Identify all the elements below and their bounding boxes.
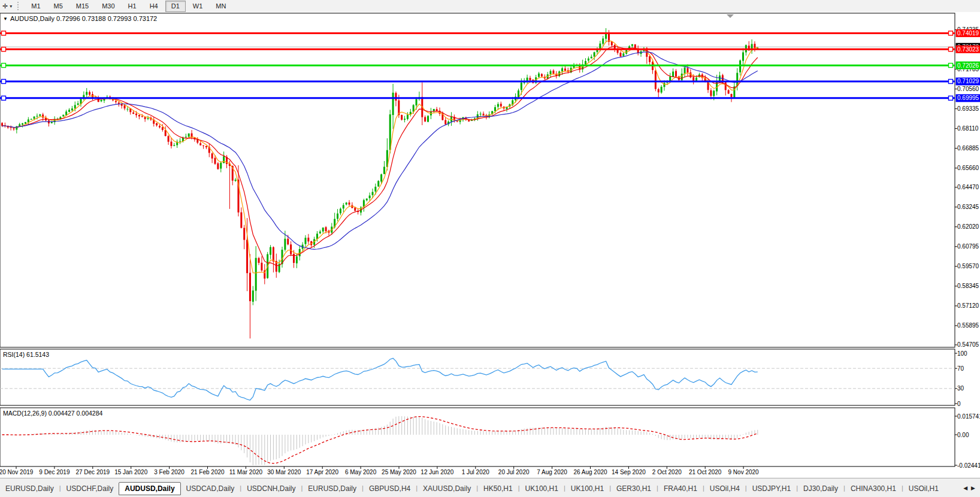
top-toolbar: ✛▾ M1M5M15M30H1H4D1W1MN xyxy=(0,0,980,13)
chart-tab-uk100-h1[interactable]: UK100,H1 xyxy=(520,483,564,495)
chart-tab-usdjpy-h1[interactable]: USDJPY,H1 xyxy=(747,483,796,495)
svg-text:9 Nov 2020: 9 Nov 2020 xyxy=(728,469,760,475)
chart-tab-hk50-h1[interactable]: HK50,H1 xyxy=(478,483,518,495)
svg-text:15 Jan 2020: 15 Jan 2020 xyxy=(114,469,147,475)
timeframe-button-d1[interactable]: D1 xyxy=(165,1,186,12)
chevron-down-icon: ▾ xyxy=(10,4,12,9)
svg-text:26 Aug 2020: 26 Aug 2020 xyxy=(573,469,607,475)
svg-text:0.73023: 0.73023 xyxy=(957,46,979,53)
toolbar-grip[interactable] xyxy=(17,2,22,10)
chart-tab-china300-h1[interactable]: CHINA300,H1 xyxy=(845,483,902,495)
svg-text:30: 30 xyxy=(957,385,964,392)
macd-label: MACD(12,26,9) 0.004427 0.004284 xyxy=(3,410,103,417)
chart-tab-ger30-h1[interactable]: GER30,H1 xyxy=(611,483,657,495)
price-panel[interactable] xyxy=(0,13,955,347)
chart-tab-eurusd-daily[interactable]: EURUSD,Daily xyxy=(0,483,59,495)
svg-text:1 Jul 2020: 1 Jul 2020 xyxy=(462,469,490,475)
svg-text:-0.024412: -0.024412 xyxy=(957,462,980,469)
chart-tab-usdcnh-daily[interactable]: USDCNH,Daily xyxy=(241,483,301,495)
collapse-chart-icon: ▼ xyxy=(3,16,8,22)
svg-text:0.69995: 0.69995 xyxy=(957,95,979,101)
svg-text:0.69335: 0.69335 xyxy=(957,105,979,112)
date-axis: 20 Nov 20199 Dec 201927 Dec 201915 Jan 2… xyxy=(0,466,759,475)
chart-area[interactable]: 0.742350.717850.705600.693350.681100.668… xyxy=(0,12,980,478)
svg-text:0.00: 0.00 xyxy=(957,432,969,438)
price-badge-0.73023: 0.73023 xyxy=(956,46,980,53)
svg-text:27 Dec 2019: 27 Dec 2019 xyxy=(75,469,110,475)
price-badge-0.72026: 0.72026 xyxy=(956,62,980,69)
svg-text:14 Sep 2020: 14 Sep 2020 xyxy=(612,469,646,475)
svg-text:0.015741: 0.015741 xyxy=(957,413,980,420)
svg-text:0.60795: 0.60795 xyxy=(957,243,979,250)
tab-scroll-right-icon[interactable]: ▶ xyxy=(971,485,975,491)
chart-tab-usdchf-daily[interactable]: USDCHF,Daily xyxy=(61,483,119,495)
svg-text:0.59570: 0.59570 xyxy=(957,263,979,269)
timeframe-button-m30[interactable]: M30 xyxy=(96,1,120,12)
timeframe-toolbar: M1M5M15M30H1H4D1W1MN xyxy=(25,0,232,12)
rsi-panel[interactable] xyxy=(0,349,955,405)
svg-text:9 Dec 2019: 9 Dec 2019 xyxy=(39,469,70,475)
svg-text:0.65660: 0.65660 xyxy=(957,165,979,171)
macd-panel[interactable] xyxy=(0,408,955,466)
svg-text:7 Aug 2020: 7 Aug 2020 xyxy=(537,469,567,475)
rsi-label: RSI(14) 61.5143 xyxy=(3,351,49,358)
svg-text:0.71029: 0.71029 xyxy=(957,78,979,84)
svg-text:0.64470: 0.64470 xyxy=(957,184,979,190)
svg-text:30 Mar 2020: 30 Mar 2020 xyxy=(267,469,301,475)
svg-text:6 May 2020: 6 May 2020 xyxy=(345,469,377,475)
timeframe-button-m15[interactable]: M15 xyxy=(70,1,95,12)
timeframe-button-w1[interactable]: W1 xyxy=(187,1,209,12)
tab-scroll-left-icon[interactable]: ◀ xyxy=(963,485,967,491)
svg-text:20 Jul 2020: 20 Jul 2020 xyxy=(498,469,530,475)
svg-text:0.57120: 0.57120 xyxy=(957,302,979,309)
crosshair-cursor-icon[interactable]: ✛▾ xyxy=(0,2,14,10)
chart-tab-uk100-h1[interactable]: UK100,H1 xyxy=(565,483,609,495)
svg-text:25 May 2020: 25 May 2020 xyxy=(382,469,416,475)
chart-tab-fra40-h1[interactable]: FRA40,H1 xyxy=(658,483,703,495)
chart-tab-gbpusd-h4[interactable]: GBPUSD,H4 xyxy=(364,483,416,495)
svg-text:3 Feb 2020: 3 Feb 2020 xyxy=(154,469,184,475)
timeframe-button-mn[interactable]: MN xyxy=(210,1,232,12)
chart-tab-dj30-daily[interactable]: DJ30,Daily xyxy=(798,483,843,495)
candlestick-chart[interactable]: 0.742350.717850.705600.693350.681100.668… xyxy=(0,12,980,478)
price-axis: 0.742350.717850.705600.693350.681100.668… xyxy=(955,26,979,348)
svg-text:70: 70 xyxy=(957,365,964,372)
svg-text:0.74019: 0.74019 xyxy=(957,30,979,37)
svg-text:0.58345: 0.58345 xyxy=(957,283,979,289)
svg-text:21 Oct 2020: 21 Oct 2020 xyxy=(689,469,722,475)
svg-text:2 Oct 2020: 2 Oct 2020 xyxy=(652,469,682,475)
chart-tab-audusd-daily[interactable]: AUDUSD,Daily xyxy=(119,482,180,495)
price-badge-0.74019: 0.74019 xyxy=(956,29,980,37)
chart-title: AUDUSD,Daily 0.72996 0.73188 0.72993 0.7… xyxy=(10,15,157,22)
svg-text:0.70560: 0.70560 xyxy=(957,86,979,92)
svg-text:12 Jun 2020: 12 Jun 2020 xyxy=(421,469,453,475)
timeframe-button-h4[interactable]: H4 xyxy=(144,1,164,12)
timeframe-button-m1[interactable]: M1 xyxy=(25,1,46,12)
timeframe-button-h1[interactable]: H1 xyxy=(122,1,143,12)
svg-text:21 Feb 2020: 21 Feb 2020 xyxy=(190,469,225,475)
svg-text:11 Mar 2020: 11 Mar 2020 xyxy=(229,469,263,475)
svg-text:0.54705: 0.54705 xyxy=(957,341,979,348)
chart-tab-usoil-h4[interactable]: USOil,H4 xyxy=(704,483,745,495)
svg-text:0.55895: 0.55895 xyxy=(957,322,979,329)
timeframe-button-m5[interactable]: M5 xyxy=(48,1,69,12)
price-badge-0.71029: 0.71029 xyxy=(956,77,980,85)
price-badge-0.69995: 0.69995 xyxy=(956,94,980,102)
svg-text:0.66885: 0.66885 xyxy=(957,145,979,151)
svg-text:0.72026: 0.72026 xyxy=(957,62,979,69)
svg-text:20 Nov 2019: 20 Nov 2019 xyxy=(0,469,34,475)
svg-text:0.63245: 0.63245 xyxy=(957,204,979,210)
svg-text:100: 100 xyxy=(957,350,967,357)
chart-tab-usdcad-daily[interactable]: USDCAD,Daily xyxy=(181,483,240,495)
chart-tab-eurusd-daily[interactable]: EURUSD,Daily xyxy=(303,483,362,495)
svg-text:0: 0 xyxy=(957,401,961,407)
chart-tab-xauusd-daily[interactable]: XAUUSD,Daily xyxy=(418,483,476,495)
chart-tab-usoil-h1[interactable]: USOil,H1 xyxy=(903,483,944,495)
chart-tab-bar: EURUSD,Daily|USDCHF,DailyAUDUSD,DailyUSD… xyxy=(0,478,980,497)
svg-text:0.68110: 0.68110 xyxy=(957,125,979,132)
svg-text:17 Apr 2020: 17 Apr 2020 xyxy=(306,469,338,475)
svg-text:0.62020: 0.62020 xyxy=(957,223,979,230)
